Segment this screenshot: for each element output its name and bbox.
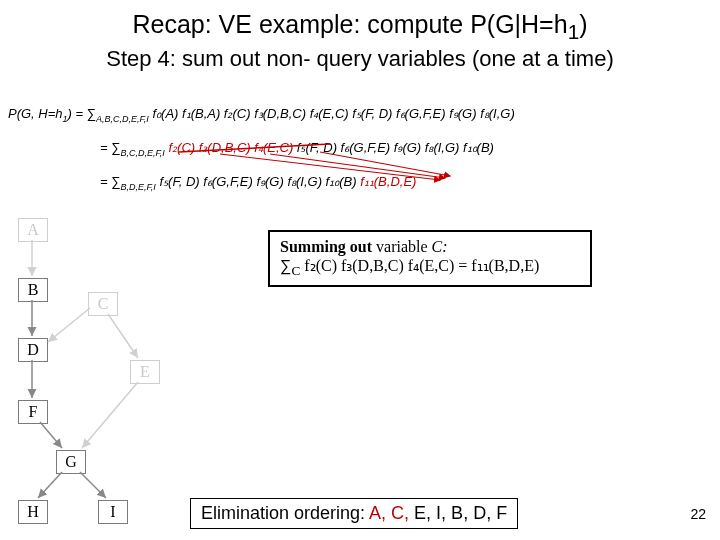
equation-line-2: = ∑B,C,D,E,F,I f₂(C) f₃(D,B,C) f₄(E,C) f… — [100, 140, 494, 158]
box-line2-rest: f₂(C) f₃(D,B,C) f₄(E,C) = f₁₁(B,D,E) — [300, 257, 539, 274]
box-line1-var: C: — [432, 238, 448, 255]
eq1-lhs-close: ) = — [68, 106, 87, 121]
eq3-sum-sub: B,D,E,F,I — [121, 182, 156, 192]
eq2-struck-factors: f₂(C) f₃(D,B,C) f₄(E,C) — [165, 140, 293, 155]
elim-rest: E, I, B, D, F — [409, 503, 507, 523]
box-line1: Summing out variable C: — [280, 238, 580, 256]
eq3-rest: f₅(F, D) f₆(G,F,E) f₉(G) f₈(I,G) f₁₀(B) — [156, 174, 360, 189]
eq1-rest: f₀(A) f₁(B,A) f₂(C) f₃(D,B,C) f₄(E,C) f₅… — [149, 106, 515, 121]
graph-node-c: C — [88, 292, 118, 316]
slide-subtitle: Step 4: sum out non- query variables (on… — [0, 46, 720, 72]
eq2-sum-sub: B,C,D,E,F,I — [121, 148, 165, 158]
box-line1-bold: Summing out — [280, 238, 372, 255]
equation-line-3: = ∑B,D,E,F,I f₅(F, D) f₆(G,F,E) f₉(G) f₈… — [100, 174, 416, 192]
eq1-sum-sub: A,B,C,D,E,F,I — [96, 114, 149, 124]
title-prefix: Recap: VE example: compute — [132, 10, 470, 38]
elim-label: Elimination ordering: — [201, 503, 369, 523]
graph-node-a: A — [18, 218, 48, 242]
sigma-icon: ∑ — [280, 257, 291, 274]
eq2-rest: f₅(F, D) f₆(G,F,E) f₉(G) f₈(I,G) f₁₀(B) — [293, 140, 494, 155]
sigma-icon: ∑ — [87, 106, 96, 121]
title-close: ) — [579, 10, 587, 38]
title-sub: 1 — [568, 20, 580, 43]
eq3-prefix: = — [100, 174, 111, 189]
svg-line-10 — [82, 382, 138, 448]
graph-node-d: D — [18, 338, 48, 362]
elimination-ordering-box: Elimination ordering: A, C, E, I, B, D, … — [190, 498, 518, 529]
page-number: 22 — [690, 506, 706, 522]
box-line1-mid: variable — [372, 238, 432, 255]
graph-node-e: E — [130, 360, 160, 384]
box-line2: ∑C f₂(C) f₃(D,B,C) f₄(E,C) = f₁₁(B,D,E) — [280, 256, 580, 279]
graph-node-i: I — [98, 500, 128, 524]
summing-out-box: Summing out variable C: ∑C f₂(C) f₃(D,B,… — [268, 230, 592, 287]
title-expr: P(G|H=h — [470, 10, 568, 38]
svg-line-11 — [38, 472, 62, 498]
equation-line-1: P(G, H=h1) = ∑A,B,C,D,E,F,I f₀(A) f₁(B,A… — [8, 106, 515, 124]
sigma-icon: ∑ — [111, 140, 120, 155]
graph-node-b: B — [18, 278, 48, 302]
svg-line-9 — [40, 422, 62, 448]
graph-node-h: H — [18, 500, 48, 524]
box-line2-sub: C — [291, 263, 300, 278]
elim-done: A, C, — [369, 503, 409, 523]
svg-line-12 — [80, 472, 106, 498]
eq1-lhs: P(G, H=h — [8, 106, 63, 121]
svg-line-7 — [108, 314, 138, 358]
slide: Recap: VE example: compute P(G|H=h1) Ste… — [0, 0, 720, 540]
eq2-prefix: = — [100, 140, 111, 155]
eq3-new-factor: f₁₁(B,D,E) — [360, 174, 416, 189]
sigma-icon: ∑ — [111, 174, 120, 189]
slide-title: Recap: VE example: compute P(G|H=h1) — [0, 0, 720, 44]
graph-node-f: F — [18, 400, 48, 424]
graph-node-g: G — [56, 450, 86, 474]
svg-line-6 — [48, 308, 90, 342]
